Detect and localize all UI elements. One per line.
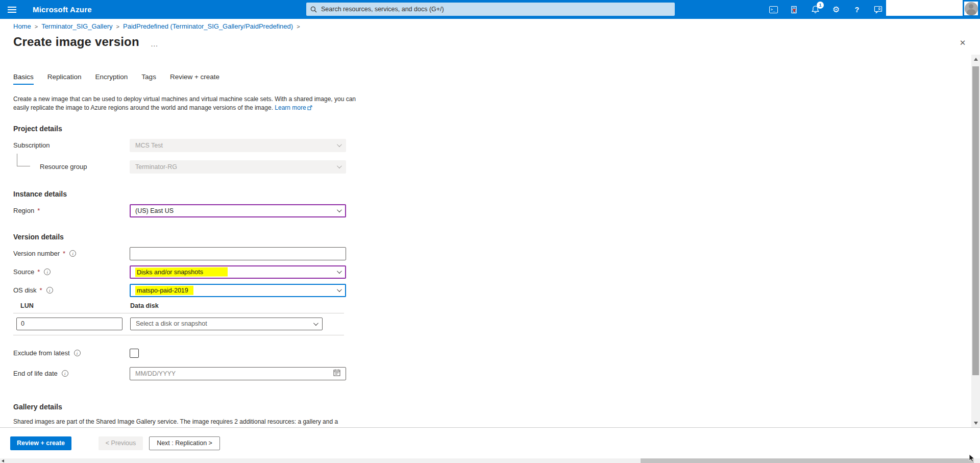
region-row: Region* (US) East US	[13, 204, 357, 217]
os-disk-row: OS disk* i matspo-paid-2019	[13, 284, 357, 297]
vertical-scrollbar[interactable]	[971, 55, 980, 427]
global-search[interactable]	[306, 3, 675, 16]
close-blade-icon[interactable]: ✕	[958, 38, 968, 48]
page-title: Create image version	[13, 35, 139, 49]
section-version-details: Version details	[13, 233, 357, 241]
help-icon[interactable]: ?	[852, 5, 862, 15]
resource-group-dropdown: Terminator-RG	[130, 160, 346, 174]
hamburger-menu-icon[interactable]	[0, 0, 23, 19]
breadcrumb-separator: >	[116, 23, 119, 30]
search-input[interactable]	[321, 6, 671, 13]
section-instance-details: Instance details	[13, 190, 357, 198]
top-bar: Microsoft Azure >_ 1 ⚙ ?	[0, 0, 980, 19]
data-disk-column-header: Data disk	[130, 302, 159, 309]
exclude-from-latest-row: Exclude from latest i	[13, 349, 357, 358]
intro-text: Create a new image that can be used to d…	[13, 95, 365, 113]
previous-button: < Previous	[99, 436, 143, 450]
tree-connector	[17, 154, 30, 166]
section-project-details: Project details	[13, 125, 357, 133]
tab-replication[interactable]: Replication	[47, 73, 82, 85]
exclude-from-latest-checkbox[interactable]	[130, 349, 139, 358]
avatar[interactable]	[964, 2, 978, 15]
tab-basics[interactable]: Basics	[13, 73, 34, 85]
more-options-icon[interactable]: …	[151, 36, 159, 48]
breadcrumb: Home > Terminator_SIG_Gallery > PaidPred…	[13, 22, 300, 30]
subscription-row: Subscription MCS Test	[13, 139, 357, 152]
search-icon	[310, 6, 317, 13]
chevron-down-icon	[337, 269, 342, 274]
brand-logo[interactable]: Microsoft Azure	[33, 5, 92, 14]
next-replication-button[interactable]: Next : Replication >	[149, 436, 220, 450]
info-icon[interactable]: i	[69, 250, 76, 257]
lun-column-header: LUN	[20, 302, 130, 309]
calendar-icon[interactable]	[333, 369, 340, 378]
source-row: Source* i Disks and/or snapshots	[13, 265, 357, 279]
breadcrumb-definition[interactable]: PaidPredefined (Terminator_SIG_Gallery/P…	[123, 22, 293, 30]
feedback-icon[interactable]	[873, 5, 883, 15]
highlighted-source-value: Disks and/or snapshots	[135, 267, 228, 277]
chevron-down-icon	[337, 207, 342, 212]
subscription-label: Subscription	[13, 141, 130, 149]
breadcrumb-gallery[interactable]: Terminator_SIG_Gallery	[41, 22, 112, 30]
scroll-up-icon[interactable]	[971, 55, 980, 63]
section-gallery-details: Gallery details	[13, 403, 357, 411]
user-avatar-icon	[965, 2, 978, 15]
scroll-down-icon[interactable]	[971, 419, 980, 427]
tab-review-create[interactable]: Review + create	[170, 73, 219, 85]
settings-gear-icon[interactable]: ⚙	[831, 5, 841, 15]
wizard-footer: Review + create < Previous Next : Replic…	[0, 427, 980, 458]
breadcrumb-home[interactable]: Home	[13, 22, 31, 30]
source-dropdown[interactable]: Disks and/or snapshots	[130, 265, 346, 279]
wizard-tabs: Basics Replication Encryption Tags Revie…	[13, 73, 357, 85]
account-info-redacted	[886, 0, 963, 16]
breadcrumb-separator: >	[297, 23, 300, 30]
resource-group-label: Resource group	[13, 163, 130, 170]
version-number-label: Version number* i	[13, 250, 130, 257]
region-dropdown[interactable]: (US) East US	[130, 204, 346, 217]
scroll-left-icon[interactable]	[2, 459, 4, 462]
info-icon[interactable]: i	[44, 269, 51, 275]
external-link-icon	[307, 104, 312, 113]
page-header: Create image version …	[13, 35, 159, 49]
directory-filter-icon[interactable]	[789, 5, 799, 15]
horizontal-scrollbar[interactable]	[0, 458, 980, 463]
version-number-row: Version number* i	[13, 247, 357, 260]
resource-group-row: Resource group Terminator-RG	[13, 160, 357, 174]
chevron-down-icon	[337, 142, 342, 147]
exclude-from-latest-label: Exclude from latest i	[13, 349, 130, 357]
review-create-button[interactable]: Review + create	[10, 436, 71, 450]
version-number-input[interactable]	[135, 250, 340, 257]
os-disk-dropdown[interactable]: matspo-paid-2019	[130, 284, 346, 297]
breadcrumb-separator: >	[35, 23, 38, 30]
data-disk-dropdown[interactable]: Select a disk or snapshot	[130, 318, 323, 330]
version-number-field[interactable]	[130, 247, 346, 260]
end-of-life-date-field[interactable]	[130, 367, 346, 380]
horizontal-scrollbar-thumb[interactable]	[641, 458, 974, 463]
end-of-life-row: End of life date i	[13, 367, 357, 380]
cloud-shell-icon[interactable]: >_	[768, 5, 778, 15]
os-disk-label: OS disk* i	[13, 286, 130, 294]
data-disk-table: LUN Data disk Select a disk or snapshot	[13, 302, 344, 335]
notification-badge: 1	[817, 2, 824, 9]
info-icon[interactable]: i	[74, 350, 81, 356]
blade-content: Basics Replication Encryption Tags Revie…	[0, 55, 980, 427]
gallery-details-text: Shared images are part of the Shared Ima…	[13, 417, 345, 427]
info-icon[interactable]: i	[62, 370, 68, 377]
vertical-scrollbar-thumb[interactable]	[972, 66, 979, 375]
chevron-down-icon	[337, 287, 342, 292]
chevron-down-icon	[313, 321, 318, 326]
mouse-cursor	[969, 454, 975, 463]
end-of-life-label: End of life date i	[13, 370, 130, 377]
tab-encryption[interactable]: Encryption	[95, 73, 128, 85]
chevron-down-icon	[337, 163, 342, 168]
tab-tags[interactable]: Tags	[141, 73, 156, 85]
source-label: Source* i	[13, 268, 130, 276]
highlighted-os-disk-value: matspo-paid-2019	[135, 286, 193, 295]
region-label: Region*	[13, 207, 130, 214]
learn-more-link[interactable]: Learn more	[275, 104, 306, 111]
end-of-life-date-input[interactable]	[135, 370, 319, 377]
info-icon[interactable]: i	[46, 287, 53, 294]
topbar-icon-group: >_ 1 ⚙ ?	[768, 0, 883, 19]
lun-input[interactable]	[16, 318, 122, 330]
notifications-bell-icon[interactable]: 1	[810, 5, 820, 15]
